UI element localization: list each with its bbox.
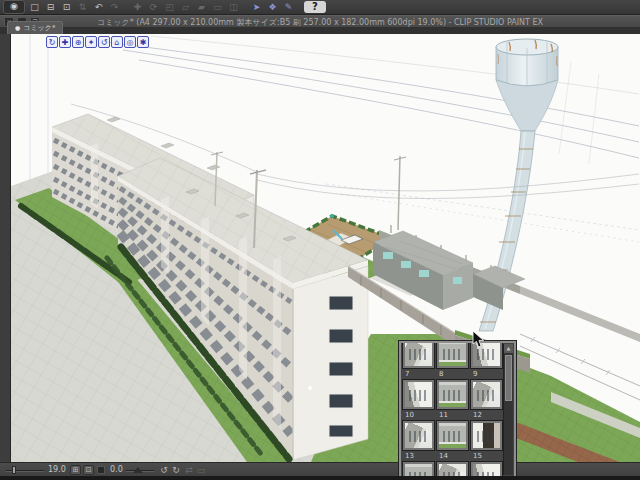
rotation-slider-thumb[interactable] bbox=[133, 467, 143, 473]
window-bottom-edge bbox=[0, 476, 640, 480]
material-number: 8 bbox=[436, 370, 469, 379]
main-toolbar: ◉ □ ⊟ ⊡ ⇅ ↶ ↷ ✚ ⟳ ◰ ▱ ▰ ▭ ◫ ➤ ❖ ✎ ? bbox=[0, 0, 640, 15]
materials-palette[interactable]: 4 5 6 7 8 9 10 11 12 13 14 15 ▲ bbox=[399, 341, 516, 478]
material-thumbnail bbox=[402, 420, 435, 451]
scroll-up-icon[interactable]: ▲ bbox=[504, 344, 513, 353]
material-item[interactable]: 5 bbox=[436, 341, 469, 369]
camera-pan-icon[interactable]: ✚ bbox=[59, 36, 71, 48]
rotate-left-icon[interactable]: ↺ bbox=[158, 463, 170, 477]
rotation-value: 0.0 bbox=[110, 463, 123, 477]
move-icon: ✚ bbox=[131, 1, 144, 13]
zoom-value: 19.0 bbox=[48, 463, 66, 477]
collapsed-palette-dock[interactable] bbox=[0, 34, 11, 462]
selection-icon: ◫ bbox=[227, 1, 240, 13]
tab-label: コミック* bbox=[23, 22, 55, 34]
mouse-cursor bbox=[472, 330, 485, 348]
flip-view-icon: ⇄ bbox=[183, 463, 195, 477]
material-thumbnail bbox=[402, 379, 435, 410]
clip-studio-window: ◉ □ ⊟ ⊡ ⇅ ↶ ↷ ✚ ⟳ ◰ ▱ ▰ ▭ ◫ ➤ ❖ ✎ ? ✕ − … bbox=[0, 0, 640, 480]
material-item[interactable]: 9 bbox=[470, 370, 503, 410]
material-item[interactable]: 14 bbox=[436, 452, 469, 478]
material-item[interactable]: 12 bbox=[470, 411, 503, 451]
zoom-slider-thumb[interactable] bbox=[12, 466, 16, 474]
undo-icon[interactable]: ↶ bbox=[92, 1, 105, 13]
material-thumbnail bbox=[402, 341, 435, 369]
material-item[interactable]: 10 bbox=[402, 411, 435, 451]
object-move-icon[interactable]: ✦ bbox=[85, 36, 97, 48]
material-thumbnail bbox=[436, 420, 469, 451]
scrollbar-thumb[interactable] bbox=[505, 355, 512, 401]
object-settings-icon[interactable]: ✱ bbox=[137, 36, 149, 48]
save-file-icon[interactable]: ⊡ bbox=[60, 1, 73, 13]
material-number: 13 bbox=[402, 452, 435, 461]
grab-tool-icon[interactable]: ❖ bbox=[266, 1, 279, 13]
material-item[interactable]: 4 bbox=[402, 341, 435, 369]
palette-scrollbar[interactable]: ▲ bbox=[503, 344, 513, 475]
redo-icon: ↷ bbox=[108, 1, 121, 13]
material-thumbnail bbox=[470, 379, 503, 410]
scale-icon: ◰ bbox=[163, 1, 176, 13]
material-item[interactable]: 15 bbox=[470, 452, 503, 478]
rotate-icon: ⟳ bbox=[147, 1, 160, 13]
open-file-icon[interactable]: ⊟ bbox=[44, 1, 57, 13]
material-number: 15 bbox=[470, 452, 503, 461]
help-button[interactable]: ? bbox=[304, 1, 326, 13]
pen-tool-icon[interactable]: ✎ bbox=[282, 1, 295, 13]
rotate-right-icon[interactable]: ↻ bbox=[170, 463, 182, 477]
material-item[interactable]: 8 bbox=[436, 370, 469, 410]
material-thumbnail bbox=[436, 341, 469, 369]
material-number: 7 bbox=[402, 370, 435, 379]
camera-orbit-icon[interactable]: ↻ bbox=[46, 36, 58, 48]
transform-icon: ▱ bbox=[179, 1, 192, 13]
material-thumbnail bbox=[470, 420, 503, 451]
actual-size-button[interactable]: ⊡ bbox=[83, 465, 94, 475]
tab-row: ● コミック* bbox=[0, 27, 640, 34]
object-rotate-icon[interactable]: ↺ bbox=[98, 36, 110, 48]
material-item[interactable]: 11 bbox=[436, 411, 469, 451]
new-file-icon[interactable]: □ bbox=[28, 1, 41, 13]
zoom-box-button[interactable] bbox=[97, 466, 105, 474]
camera-zoom-icon[interactable]: ⊕ bbox=[72, 36, 84, 48]
material-number: 12 bbox=[470, 411, 503, 420]
status-bar: 19.0 ⊞ ⊡ 0.0 ↺ ↻ ⇄ ▭ bbox=[0, 462, 640, 477]
fit-to-screen-button[interactable]: ⊞ bbox=[70, 465, 81, 475]
flip-icon: ▰ bbox=[195, 1, 208, 13]
tab-comic[interactable]: ● コミック* bbox=[7, 21, 63, 34]
focus-icon[interactable]: ◎ bbox=[124, 36, 136, 48]
material-number: 14 bbox=[436, 452, 469, 461]
material-number: 11 bbox=[436, 411, 469, 420]
material-item[interactable]: 7 bbox=[402, 370, 435, 410]
material-thumbnail bbox=[436, 379, 469, 410]
ground-snap-icon[interactable]: ⌂ bbox=[111, 36, 123, 48]
reset-view-icon: ▭ bbox=[195, 463, 207, 477]
crop-icon: ▭ bbox=[211, 1, 224, 13]
modified-indicator: ● bbox=[15, 22, 20, 34]
canvas-3d-scene[interactable] bbox=[11, 34, 640, 462]
clip-studio-logo-icon[interactable]: ◉ bbox=[3, 0, 25, 14]
object-launcher-bar: ↻ ✚ ⊕ ✦ ↺ ⌂ ◎ ✱ bbox=[46, 36, 149, 48]
spin-icon: ⇅ bbox=[76, 1, 89, 13]
material-item[interactable]: 13 bbox=[402, 452, 435, 478]
object-tool-icon[interactable]: ➤ bbox=[250, 1, 263, 13]
material-number: 9 bbox=[470, 370, 503, 379]
workspace: ↻ ✚ ⊕ ✦ ↺ ⌂ ◎ ✱ bbox=[0, 34, 640, 462]
material-number: 10 bbox=[402, 411, 435, 420]
